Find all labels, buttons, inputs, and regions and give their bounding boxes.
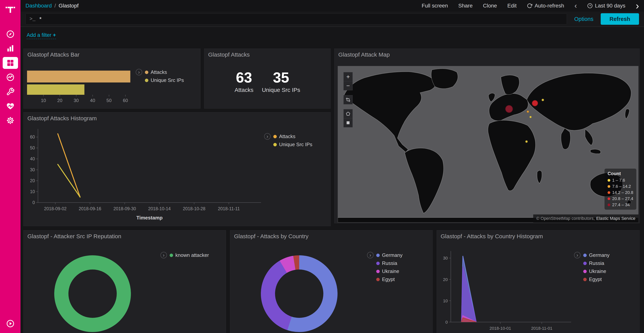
panel-title: Glastopf Attack Map [338,51,390,58]
edit-button[interactable]: Edit [507,3,516,9]
legend-item[interactable]: known attacker [170,252,209,258]
legend-item[interactable]: Unique Src IPs [273,142,312,148]
refresh-button[interactable]: Refresh [601,13,639,25]
top-nav-bar: Dashboard / Glastopf Full screen Share C… [20,0,644,12]
country-legend: › GermanyRussiaUkraineEgypt [367,252,402,282]
svg-text:60: 60 [30,134,35,139]
t-mobile-logo-icon[interactable] [5,5,16,16]
legend-item[interactable]: Germany [376,252,402,258]
legend-item[interactable]: Egypt [583,276,610,282]
attribution-osm[interactable]: © OpenStreetMap contributors, [536,216,595,221]
svg-text:30: 30 [443,256,448,260]
world-map[interactable]: + − [338,66,638,222]
legend-items: AttacksUnique Src IPs [273,133,312,148]
panel-title: Glastopf - Attacker Src IP Reputation [28,233,121,240]
metric-label: Unique Src IPs [262,87,300,93]
time-back-chevron[interactable]: ‹ [574,2,577,10]
sidebar-item-timelion[interactable] [0,70,20,84]
legend-item[interactable]: Attacks [145,69,184,75]
svg-text:30: 30 [30,167,35,172]
attack-location-marker[interactable] [542,99,544,101]
legend-dot [145,79,148,82]
sidebar-item-dashboard[interactable] [0,56,20,70]
dashboard-grid-icon [6,59,14,67]
legend-range-label: 20.8 – 27.4 [612,196,633,201]
legend-item[interactable]: Egypt [376,276,402,282]
legend-item[interactable]: Russia [583,260,610,266]
share-button[interactable]: Share [458,3,473,9]
attribution-ems[interactable]: Elastic Maps Service [596,216,636,221]
heartbeat-icon [6,102,14,110]
attack-location-marker[interactable] [526,111,529,113]
svg-text:60: 60 [123,98,128,103]
country-histogram-chart: 01020302018-10-012018-11-01Timestamp [437,242,582,333]
legend-item[interactable]: Ukraine [376,268,402,274]
svg-text:40: 40 [90,98,95,103]
reputation-donut-chart [54,255,131,332]
legend-dot [608,179,610,182]
legend-toggle-icon[interactable]: › [136,69,142,75]
breadcrumb-separator: / [54,3,56,9]
square-icon [346,120,350,125]
zoom-out-button[interactable]: − [344,81,353,90]
rectangle-tool-button[interactable] [344,118,353,127]
map-legend-row: 7.6 – 14.2 [608,184,633,189]
auto-refresh-button[interactable]: Auto-refresh [527,3,564,9]
attacks-histogram-chart: 01020304050602018-09-022018-09-162018-09… [24,112,282,226]
legend-toggle-icon[interactable]: › [574,252,580,258]
sidebar-item-visualize[interactable] [0,41,20,56]
map-legend-row: 14.2 – 20.8 [608,190,633,195]
refresh-cw-icon [527,3,532,9]
sidebar-item-management[interactable] [0,113,20,128]
svg-text:2018-09-16: 2018-09-16 [79,206,102,211]
legend-item[interactable]: Unique Src IPs [145,77,184,83]
dashboard-grid: Glastopf Attacks Bar 102030405060 › Atta… [20,0,644,333]
legend-dot [608,185,610,188]
query-value: * [39,16,42,22]
zoom-in-button[interactable]: + [344,72,353,81]
sidebar-item-discover[interactable] [0,27,20,41]
legend-item[interactable]: Ukraine [583,268,610,274]
time-forward-chevron[interactable]: › [636,1,639,11]
legend-dot [608,191,610,194]
legend-dot [376,254,380,257]
fit-bounds-button[interactable] [344,95,353,104]
map-legend-row: 1 – 7.6 [608,178,633,183]
attack-location-marker[interactable] [530,116,532,118]
legend-items: GermanyRussiaUkraineEgypt [583,252,610,282]
panel-attacks-by-country: Glastopf - Attacks by Country › GermanyR… [230,230,432,333]
sidebar-item-dev-tools[interactable] [0,84,20,99]
legend-label: Attacks [279,134,295,139]
attack-location-marker[interactable] [525,140,528,143]
svg-text:2018-10-14: 2018-10-14 [148,206,171,211]
time-range-picker[interactable]: Last 90 days [587,3,626,9]
legend-toggle-icon[interactable]: › [367,252,374,258]
legend-dot [583,254,587,257]
legend-toggle-icon[interactable]: › [160,252,167,258]
legend-item[interactable]: Germany [583,252,610,258]
legend-label: Russia [589,260,604,266]
polygon-tool-button[interactable] [344,109,353,118]
crop-icon [346,97,350,102]
legend-label: Ukraine [589,268,606,274]
search-input[interactable]: >_ * [26,14,567,25]
panel-attacks-histogram: Glastopf Attacks Histogram 0102030405060… [24,112,330,226]
legend-dot [145,71,148,74]
add-filter-link[interactable]: Add a filter+ [27,32,56,39]
filter-bar: Add a filter+ [20,27,644,45]
attack-location-marker[interactable] [532,100,538,106]
full-screen-button[interactable]: Full screen [422,3,448,9]
options-link[interactable]: Options [574,16,594,22]
clone-button[interactable]: Clone [483,3,497,9]
attack-location-marker[interactable] [505,105,513,113]
breadcrumb-dashboard-link[interactable]: Dashboard [26,3,52,9]
legend-item[interactable]: Russia [376,260,402,266]
legend-toggle-icon[interactable]: › [264,133,271,140]
sidebar-item-monitoring[interactable] [0,99,20,113]
histogram-legend: › AttacksUnique Src IPs [264,133,312,148]
panel-title: Glastopf Attacks [208,51,250,58]
legend-dot [583,278,587,281]
wrench-icon [6,88,14,96]
legend-item[interactable]: Attacks [273,134,312,139]
expand-nav-button[interactable] [6,319,15,329]
